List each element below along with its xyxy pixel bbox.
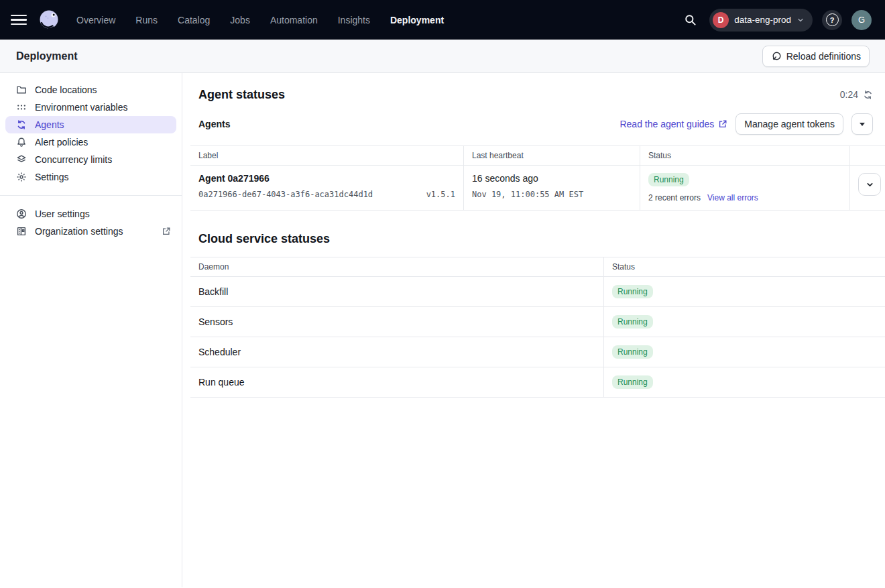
agents-table-header: Label Last heartbeat Status: [190, 145, 885, 166]
search-icon[interactable]: [680, 10, 700, 30]
cloud-service-statuses-title: Cloud service statuses: [198, 232, 873, 246]
sidebar-item-environment-variables[interactable]: Environment variables: [0, 99, 182, 116]
sidebar-item-organization-settings[interactable]: Organization settings: [0, 223, 182, 240]
sidebar-item-code-locations[interactable]: Code locations: [0, 81, 182, 99]
nav-runs[interactable]: Runs: [135, 15, 158, 25]
agents-more-actions-button[interactable]: [851, 113, 873, 135]
nav-catalog[interactable]: Catalog: [178, 15, 210, 25]
cloud-table-header: Daemon Status: [190, 257, 885, 277]
agent-name: Agent 0a271966: [198, 173, 455, 184]
dagster-logo-icon[interactable]: [36, 7, 62, 33]
menu-icon[interactable]: [11, 11, 30, 30]
caret-down-icon: [860, 123, 865, 126]
deployment-sidebar: Code locations Environment variables Age…: [0, 73, 182, 587]
reload-definitions-button[interactable]: Reload definitions: [762, 46, 870, 67]
manage-agent-tokens-button[interactable]: Manage agent tokens: [735, 113, 843, 135]
sidebar-item-settings[interactable]: Settings: [0, 168, 182, 186]
status-badge: Running: [612, 315, 653, 329]
daemon-name: Backfill: [190, 277, 604, 306]
status-badge: Running: [612, 375, 653, 389]
page-header: Deployment Reload definitions: [0, 40, 885, 73]
sidebar-item-concurrency-limits[interactable]: Concurrency limits: [0, 151, 182, 168]
column-label: Label: [190, 146, 464, 165]
agent-row: Agent 0a271966 0a271966-de67-4043-a3f6-a…: [190, 166, 885, 211]
daemon-name: Scheduler: [190, 337, 604, 367]
code-location-icon: [771, 51, 782, 62]
deployment-switcher[interactable]: D data-eng-prod: [709, 9, 813, 32]
primary-nav: Overview Runs Catalog Jobs Automation In…: [76, 15, 444, 25]
column-status: Status: [604, 257, 885, 276]
daemon-name: Sensors: [190, 307, 604, 337]
external-link-icon: [162, 227, 171, 236]
deployment-name: data-eng-prod: [734, 15, 791, 25]
sidebar-item-user-settings[interactable]: User settings: [0, 205, 182, 223]
agents-heading: Agents: [198, 119, 230, 129]
main-content: Agent statuses 0:24 Agents Read the agen…: [182, 73, 885, 587]
external-link-icon: [718, 119, 727, 129]
sidebar-item-agents[interactable]: Agents: [5, 116, 176, 133]
refresh-countdown-button[interactable]: 0:24: [840, 89, 873, 100]
help-icon[interactable]: ?: [822, 10, 842, 30]
nav-jobs[interactable]: Jobs: [230, 15, 250, 25]
sidebar-divider: [0, 195, 182, 196]
folder-icon: [16, 84, 27, 95]
agent-guides-link[interactable]: Read the agent guides: [620, 119, 727, 129]
column-status: Status: [640, 146, 850, 165]
daemon-name: Run queue: [190, 367, 604, 397]
agent-version: v1.5.1: [426, 190, 455, 199]
agent-statuses-title: Agent statuses: [198, 88, 285, 102]
column-last-heartbeat: Last heartbeat: [464, 146, 640, 165]
agent-id: 0a271966-de67-4043-a3f6-aca31dc44d1d: [198, 190, 373, 199]
status-badge: Running: [612, 345, 653, 359]
view-all-errors-link[interactable]: View all errors: [707, 193, 758, 202]
refresh-countdown: 0:24: [840, 89, 858, 100]
nav-overview[interactable]: Overview: [76, 15, 115, 25]
user-circle-icon: [16, 209, 27, 219]
daemon-row-backfill: Backfill Running: [190, 277, 885, 307]
column-actions: [850, 146, 885, 165]
bell-icon: [16, 137, 27, 148]
status-badge: Running: [648, 173, 689, 186]
chevron-down-icon: [796, 16, 805, 24]
nav-insights[interactable]: Insights: [338, 15, 370, 25]
heartbeat-relative: 16 seconds ago: [472, 173, 632, 184]
env-vars-icon: [16, 102, 27, 113]
expand-agent-row-button[interactable]: [858, 173, 881, 196]
avatar[interactable]: G: [851, 10, 872, 30]
heartbeat-timestamp: Nov 19, 11:00:55 AM EST: [472, 190, 583, 199]
daemon-row-scheduler: Scheduler Running: [190, 337, 885, 367]
status-badge: Running: [612, 285, 653, 298]
agents-table: Label Last heartbeat Status Agent 0a2719…: [190, 145, 885, 211]
recent-errors-count: 2 recent errors: [648, 193, 701, 202]
agent-icon: [16, 119, 27, 130]
gear-icon: [16, 172, 27, 182]
daemon-row-sensors: Sensors Running: [190, 307, 885, 337]
chevron-down-icon: [866, 180, 874, 189]
nav-deployment[interactable]: Deployment: [390, 15, 444, 25]
cloud-services-table: Daemon Status Backfill Running Sensors R…: [190, 257, 885, 398]
top-navbar: Overview Runs Catalog Jobs Automation In…: [0, 0, 885, 40]
navbar-right: D data-eng-prod ? G: [680, 9, 872, 32]
refresh-icon: [863, 90, 873, 100]
sidebar-item-alert-policies[interactable]: Alert policies: [0, 133, 182, 151]
page-title: Deployment: [16, 50, 78, 62]
column-daemon: Daemon: [190, 257, 604, 276]
deployment-initial-badge: D: [713, 12, 729, 28]
daemon-row-run-queue: Run queue Running: [190, 367, 885, 398]
organization-icon: [16, 226, 27, 237]
nav-automation[interactable]: Automation: [270, 15, 318, 25]
layers-icon: [16, 154, 27, 165]
